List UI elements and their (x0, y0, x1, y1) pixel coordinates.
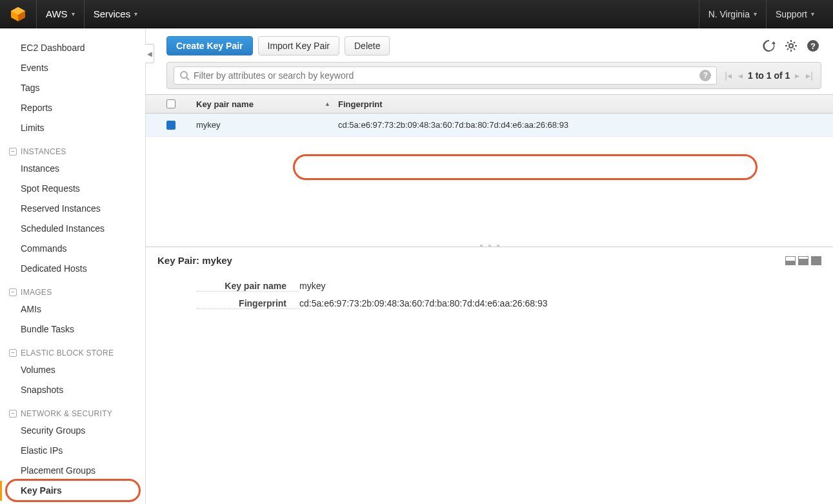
column-header-name[interactable]: Key pair name (196, 99, 254, 109)
sidebar-item-volumes[interactable]: Volumes (0, 360, 145, 380)
sidebar-item-snapshots[interactable]: Snapshots (0, 380, 145, 400)
detail-panel: Key Pair: mykey Key pair name mykey Fing… (146, 247, 833, 324)
caret-down-icon: ▾ (811, 10, 814, 17)
sidebar-item-placement-groups[interactable]: Placement Groups (0, 461, 145, 481)
detail-body: Key pair name mykey Fingerprint cd:5a:e6… (146, 272, 833, 324)
sidebar-item-instances[interactable]: Instances (0, 159, 145, 179)
collapse-icon[interactable]: − (9, 288, 17, 296)
sidebar-item-bundle-tasks[interactable]: Bundle Tasks (0, 319, 145, 339)
sidebar-group-network-security: − Network & Security (0, 400, 145, 421)
nav-support-label: Support (776, 9, 807, 19)
detail-label-fingerprint: Fingerprint (196, 298, 299, 309)
svg-point-3 (789, 44, 793, 48)
detail-header: Key Pair: mykey (146, 247, 833, 272)
svg-text:?: ? (810, 41, 816, 51)
sidebar-group-label: Elastic Block Store (21, 348, 114, 358)
main-content: ◀ Create Key Pair Import Key Pair Delete… (145, 28, 833, 504)
svg-line-7 (186, 77, 189, 80)
layout-mode-icons (785, 256, 821, 265)
page-next-icon[interactable]: ▸ (794, 70, 801, 81)
split-handle[interactable] (480, 245, 499, 248)
page-prev-icon[interactable]: ◂ (737, 70, 744, 81)
sidebar-item-events[interactable]: Events (0, 58, 145, 78)
page-text: 1 to 1 of 1 (748, 70, 790, 81)
sidebar-item-tags[interactable]: Tags (0, 78, 145, 98)
collapse-icon[interactable]: − (9, 410, 17, 418)
sidebar-item-elastic-ips[interactable]: Elastic IPs (0, 441, 145, 461)
create-key-pair-button[interactable]: Create Key Pair (166, 36, 253, 55)
sidebar-item-reserved-instances[interactable]: Reserved Instances (0, 199, 145, 219)
sidebar-group-instances: − Instances (0, 138, 145, 159)
gear-icon[interactable] (783, 37, 799, 54)
sidebar-item-network-interfaces[interactable]: Network Interfaces (0, 501, 145, 504)
refresh-icon[interactable] (761, 37, 778, 54)
sidebar-item-amis[interactable]: AMIs (0, 299, 145, 319)
sidebar-item-commands[interactable]: Commands (0, 239, 145, 259)
toolbar: Create Key Pair Import Key Pair Delete ? (146, 28, 833, 62)
column-header-fingerprint[interactable]: Fingerprint (338, 99, 383, 109)
sidebar-item-ec2-dashboard[interactable]: EC2 Dashboard (0, 38, 145, 58)
aws-logo-icon (10, 6, 26, 23)
sidebar-group-label: Images (21, 288, 52, 297)
delete-button[interactable]: Delete (345, 36, 390, 55)
sidebar-item-key-pairs[interactable]: Key Pairs (0, 481, 145, 501)
help-icon[interactable]: ? (805, 37, 821, 54)
layout-split-bottom-icon[interactable] (785, 256, 796, 265)
svg-point-6 (181, 72, 187, 78)
table-row[interactable]: mykey cd:5a:e6:97:73:2b:09:48:3a:60:7d:b… (146, 114, 833, 137)
nav-region[interactable]: N. Virginia ▾ (699, 0, 766, 28)
sort-asc-icon: ▲ (325, 101, 330, 107)
nav-region-label: N. Virginia (708, 9, 750, 19)
sidebar-group-label: Instances (21, 147, 66, 156)
search-input-wrap[interactable]: ? (174, 66, 717, 85)
layout-split-half-icon[interactable] (798, 256, 808, 265)
detail-title-value: mykey (202, 255, 232, 266)
caret-down-icon: ▾ (134, 10, 137, 17)
row-checkbox[interactable] (166, 121, 176, 130)
sidebar-group-images: − Images (0, 279, 145, 299)
select-all-checkbox[interactable] (166, 99, 176, 108)
nav-home-label: AWS (46, 8, 68, 19)
pagination: |◂ ◂ 1 to 1 of 1 ▸ ▸| (723, 70, 814, 81)
annotation-highlight (293, 154, 758, 180)
sidebar-item-reports[interactable]: Reports (0, 98, 145, 118)
sidebar-item-dedicated-hosts[interactable]: Dedicated Hosts (0, 259, 145, 279)
collapse-icon[interactable]: − (9, 148, 17, 156)
sidebar-item-limits[interactable]: Limits (0, 118, 145, 138)
nav-support[interactable]: Support ▾ (766, 0, 823, 28)
page-last-icon[interactable]: ▸| (805, 70, 814, 81)
sidebar: EC2 Dashboard Events Tags Reports Limits… (0, 28, 145, 504)
cell-fingerprint: cd:5a:e6:97:73:2b:09:48:3a:60:7d:ba:80:7… (338, 120, 568, 130)
detail-label-name: Key pair name (196, 281, 299, 292)
table-header: Key pair name ▲ Fingerprint (146, 94, 833, 114)
detail-value-name: mykey (299, 281, 821, 292)
detail-title-prefix: Key Pair: (157, 255, 199, 266)
search-help-icon[interactable]: ? (699, 70, 711, 81)
search-input[interactable] (194, 70, 699, 81)
nav-services[interactable]: Services ▾ (84, 0, 147, 28)
caret-down-icon: ▾ (754, 10, 757, 17)
layout-full-icon[interactable] (811, 256, 821, 265)
sidebar-item-security-groups[interactable]: Security Groups (0, 421, 145, 441)
import-key-pair-button[interactable]: Import Key Pair (258, 36, 339, 55)
sidebar-group-ebs: − Elastic Block Store (0, 339, 145, 360)
nav-home[interactable]: AWS ▾ (36, 0, 84, 28)
search-icon (179, 70, 190, 81)
detail-value-fingerprint: cd:5a:e6:97:73:2b:09:48:3a:60:7d:ba:80:7… (299, 298, 821, 309)
caret-down-icon: ▾ (72, 10, 75, 17)
key-pair-table: Key pair name ▲ Fingerprint mykey cd:5a:… (146, 94, 833, 137)
nav-services-label: Services (94, 8, 131, 19)
cell-key-name: mykey (196, 120, 221, 130)
sidebar-item-scheduled-instances[interactable]: Scheduled Instances (0, 219, 145, 239)
sidebar-group-label: Network & Security (21, 409, 112, 418)
collapse-icon[interactable]: − (9, 349, 17, 357)
sidebar-item-spot-requests[interactable]: Spot Requests (0, 179, 145, 199)
search-bar: ? |◂ ◂ 1 to 1 of 1 ▸ ▸| (166, 62, 821, 89)
sidebar-collapse-toggle[interactable]: ◀ (145, 44, 154, 63)
page-first-icon[interactable]: |◂ (723, 70, 733, 81)
top-nav: AWS ▾ Services ▾ N. Virginia ▾ Support ▾ (0, 0, 833, 28)
